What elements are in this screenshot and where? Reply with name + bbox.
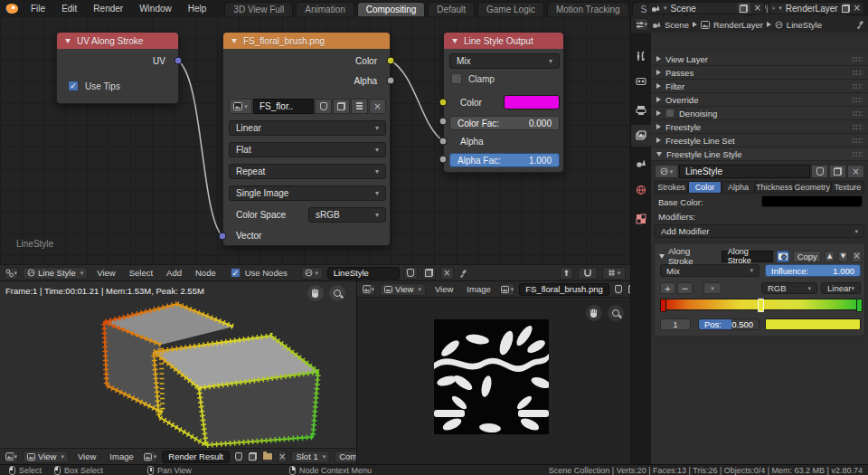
modifier-header[interactable]: Along Stroke Along Stroke Copy ▲ ▼ ×	[659, 246, 862, 266]
add-stop-button[interactable]: +	[660, 282, 675, 294]
editor-type-button[interactable]: ▾	[635, 18, 648, 31]
workspace-tab-active[interactable]: Compositing	[357, 2, 426, 16]
zoom-gizmo[interactable]	[608, 305, 624, 321]
new-layer-button[interactable]	[842, 3, 850, 14]
panel-denoising[interactable]: Denoising	[651, 107, 868, 120]
socket-alpha-output[interactable]	[387, 77, 395, 85]
tab-texture[interactable]	[631, 208, 651, 230]
modifier-name-field[interactable]: Along Stroke	[722, 251, 773, 262]
tab-thickness[interactable]: Thickness	[755, 181, 794, 194]
menu-image[interactable]: Image	[105, 451, 137, 461]
panel-freestyle-line-style[interactable]: Freestyle Line Style	[651, 147, 868, 161]
new-linestyle-button[interactable]	[829, 165, 846, 178]
use-nodes-checkbox[interactable]	[231, 268, 241, 278]
menu-help[interactable]: Help	[181, 4, 214, 14]
remove-stop-button[interactable]: −	[677, 282, 693, 294]
ramp-stop-1-selected[interactable]	[758, 299, 764, 312]
node-uv-along-stroke[interactable]: UV Along Stroke UV Use Tips	[56, 32, 179, 104]
pin-icon[interactable]	[458, 269, 467, 278]
node-editor[interactable]: LineStyle UV Along Stroke UV Use Tips FS…	[0, 16, 630, 280]
workspace-tab[interactable]: 3D View Full	[224, 2, 293, 16]
new-linestyle-button[interactable]	[422, 267, 436, 280]
tab-strokes[interactable]: Strokes	[655, 181, 688, 194]
menu-add[interactable]: Add	[162, 268, 186, 278]
remove-modifier-button[interactable]: ×	[852, 251, 862, 262]
stop-position-slider[interactable]: Pos: 0.500	[698, 318, 760, 330]
tab-world[interactable]	[631, 179, 651, 201]
slot-dropdown[interactable]: Slot 1	[291, 451, 330, 463]
pass-dropdown[interactable]: Composite	[335, 451, 356, 463]
clamp-checkbox[interactable]	[451, 73, 462, 84]
menu-edit[interactable]: Edit	[54, 4, 84, 14]
new-image-button[interactable]	[248, 451, 258, 463]
fake-user-button[interactable]	[315, 99, 332, 114]
color-swatch[interactable]	[504, 95, 560, 109]
collapse-icon[interactable]	[452, 39, 458, 43]
new-scene-button[interactable]	[738, 3, 750, 14]
collapse-icon[interactable]	[659, 254, 665, 259]
workspace-tab[interactable]: Game Logic	[477, 2, 544, 16]
drag-grip-icon[interactable]	[852, 56, 863, 62]
pan-gizmo[interactable]	[307, 285, 324, 301]
image-name-field[interactable]: FS_floral_brush.png	[519, 283, 609, 296]
interpolation-dropdown[interactable]: Linear	[229, 120, 386, 136]
source-dropdown[interactable]: Single Image	[229, 185, 386, 201]
snap-toggle-button[interactable]	[578, 267, 598, 280]
extension-dropdown[interactable]: Repeat	[229, 164, 386, 179]
pack-image-button[interactable]	[351, 99, 368, 114]
blender-logo-icon[interactable]	[5, 4, 18, 14]
drag-grip-icon[interactable]	[852, 97, 863, 103]
image-browse-button[interactable]: ▾	[500, 283, 515, 296]
stop-color-swatch[interactable]	[765, 318, 861, 330]
breadcrumb-scene[interactable]: Scene	[665, 20, 689, 30]
drag-grip-icon[interactable]	[852, 151, 863, 157]
linestyle-name-field[interactable]: LineStyle	[327, 267, 400, 280]
alpha-fac-slider[interactable]: Alpha Fac: 1.000	[449, 153, 560, 167]
fake-user-button[interactable]	[811, 165, 828, 178]
scene-selector[interactable]: ▾ Scene ×	[647, 2, 765, 14]
tab-texture[interactable]: Texture	[831, 181, 864, 194]
go-to-parent-button[interactable]	[560, 267, 573, 280]
tab-view-layer[interactable]	[631, 125, 651, 147]
unlink-image-button[interactable]: ×	[369, 99, 386, 114]
unlink-button[interactable]: ×	[847, 165, 864, 178]
snap-mode-button[interactable]: ▾	[602, 267, 626, 280]
node-image-texture[interactable]: FS_floral_brush.png Color Alpha ▾ FS_flo…	[222, 32, 391, 246]
color-space-dropdown[interactable]: sRGB	[308, 207, 386, 223]
add-modifier-dropdown[interactable]: Add Modifier	[655, 224, 864, 238]
menu-file[interactable]: File	[24, 4, 52, 14]
linestyle-browse-button[interactable]: ▾	[655, 165, 678, 178]
panel-freestyle-line-set[interactable]: Freestyle Line Set	[651, 134, 868, 147]
fake-user-button[interactable]	[234, 451, 243, 463]
mode-dropdown[interactable]: View	[23, 451, 69, 463]
breadcrumb-linestyle[interactable]: LineStyle	[787, 20, 822, 30]
workspace-tab[interactable]: Animation	[296, 2, 354, 16]
open-image-button[interactable]	[262, 451, 273, 463]
tab-color[interactable]: Color	[688, 181, 722, 194]
menu-view[interactable]: View	[92, 268, 119, 278]
ramp-interpolation-dropdown[interactable]: Linear	[821, 282, 861, 294]
workspace-tab[interactable]: Motion Tracking	[547, 2, 629, 16]
node-line-style-output[interactable]: Line Style Output Mix Clamp Color Color …	[443, 32, 564, 173]
tab-scene[interactable]	[631, 152, 651, 174]
color-ramp[interactable]	[660, 299, 861, 310]
socket-color-fac-input[interactable]	[439, 118, 448, 126]
move-up-button[interactable]: ▲	[825, 251, 835, 262]
collapse-icon[interactable]	[231, 39, 237, 43]
editor-type-button[interactable]: ▾	[362, 283, 375, 296]
stop-index-field[interactable]: 1	[660, 318, 691, 330]
influence-slider[interactable]: Influence: 1.000	[765, 264, 861, 277]
ramp-specials-button[interactable]: ▾	[703, 282, 722, 294]
close-icon[interactable]: ×	[754, 4, 761, 13]
menu-image[interactable]: Image	[462, 284, 495, 294]
node-header[interactable]: UV Along Stroke	[57, 33, 178, 49]
pin-icon[interactable]	[855, 20, 864, 29]
base-color-swatch[interactable]	[761, 195, 863, 207]
node-header[interactable]: Line Style Output	[444, 33, 563, 49]
drag-grip-icon[interactable]	[852, 110, 863, 117]
fake-user-button[interactable]	[404, 267, 418, 280]
image-browse-button[interactable]: ▾	[229, 99, 252, 114]
use-tips-checkbox[interactable]	[68, 81, 79, 91]
linestyle-browse-button[interactable]: ▾	[301, 267, 323, 280]
menu-select[interactable]: Select	[125, 268, 157, 278]
